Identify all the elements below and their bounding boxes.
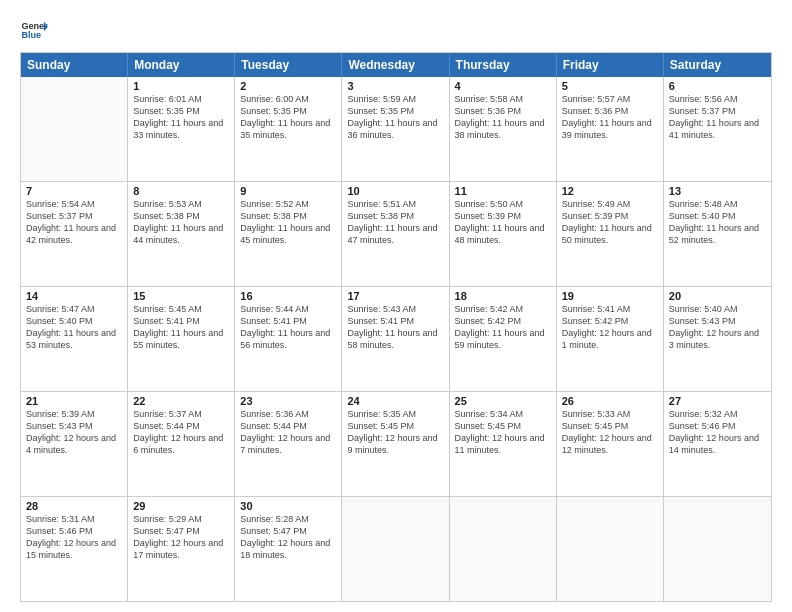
calendar-row: 14Sunrise: 5:47 AMSunset: 5:40 PMDayligh… xyxy=(21,286,771,391)
day-info: Sunrise: 5:34 AMSunset: 5:45 PMDaylight:… xyxy=(455,408,551,457)
day-info: Sunrise: 5:50 AMSunset: 5:39 PMDaylight:… xyxy=(455,198,551,247)
day-info: Sunrise: 5:56 AMSunset: 5:37 PMDaylight:… xyxy=(669,93,766,142)
day-number: 9 xyxy=(240,185,336,197)
day-number: 28 xyxy=(26,500,122,512)
day-cell: 17Sunrise: 5:43 AMSunset: 5:41 PMDayligh… xyxy=(342,287,449,391)
empty-cell xyxy=(557,497,664,601)
day-cell: 30Sunrise: 5:28 AMSunset: 5:47 PMDayligh… xyxy=(235,497,342,601)
day-info: Sunrise: 5:43 AMSunset: 5:41 PMDaylight:… xyxy=(347,303,443,352)
day-cell: 27Sunrise: 5:32 AMSunset: 5:46 PMDayligh… xyxy=(664,392,771,496)
day-info: Sunrise: 5:32 AMSunset: 5:46 PMDaylight:… xyxy=(669,408,766,457)
day-cell: 26Sunrise: 5:33 AMSunset: 5:45 PMDayligh… xyxy=(557,392,664,496)
calendar-header: SundayMondayTuesdayWednesdayThursdayFrid… xyxy=(21,53,771,77)
day-number: 24 xyxy=(347,395,443,407)
empty-cell xyxy=(664,497,771,601)
day-cell: 15Sunrise: 5:45 AMSunset: 5:41 PMDayligh… xyxy=(128,287,235,391)
calendar: SundayMondayTuesdayWednesdayThursdayFrid… xyxy=(20,52,772,602)
day-cell: 3Sunrise: 5:59 AMSunset: 5:35 PMDaylight… xyxy=(342,77,449,181)
day-number: 5 xyxy=(562,80,658,92)
day-info: Sunrise: 5:37 AMSunset: 5:44 PMDaylight:… xyxy=(133,408,229,457)
day-number: 19 xyxy=(562,290,658,302)
day-cell: 6Sunrise: 5:56 AMSunset: 5:37 PMDaylight… xyxy=(664,77,771,181)
day-cell: 11Sunrise: 5:50 AMSunset: 5:39 PMDayligh… xyxy=(450,182,557,286)
weekday-header: Monday xyxy=(128,53,235,77)
day-cell: 23Sunrise: 5:36 AMSunset: 5:44 PMDayligh… xyxy=(235,392,342,496)
day-info: Sunrise: 5:39 AMSunset: 5:43 PMDaylight:… xyxy=(26,408,122,457)
day-number: 7 xyxy=(26,185,122,197)
day-number: 14 xyxy=(26,290,122,302)
day-cell: 5Sunrise: 5:57 AMSunset: 5:36 PMDaylight… xyxy=(557,77,664,181)
header: General Blue xyxy=(20,16,772,44)
day-info: Sunrise: 5:31 AMSunset: 5:46 PMDaylight:… xyxy=(26,513,122,562)
day-info: Sunrise: 5:28 AMSunset: 5:47 PMDaylight:… xyxy=(240,513,336,562)
day-cell: 25Sunrise: 5:34 AMSunset: 5:45 PMDayligh… xyxy=(450,392,557,496)
day-number: 22 xyxy=(133,395,229,407)
day-info: Sunrise: 5:45 AMSunset: 5:41 PMDaylight:… xyxy=(133,303,229,352)
day-cell: 24Sunrise: 5:35 AMSunset: 5:45 PMDayligh… xyxy=(342,392,449,496)
day-number: 2 xyxy=(240,80,336,92)
day-number: 16 xyxy=(240,290,336,302)
day-number: 8 xyxy=(133,185,229,197)
empty-cell xyxy=(450,497,557,601)
day-number: 4 xyxy=(455,80,551,92)
day-info: Sunrise: 5:41 AMSunset: 5:42 PMDaylight:… xyxy=(562,303,658,352)
day-info: Sunrise: 5:33 AMSunset: 5:45 PMDaylight:… xyxy=(562,408,658,457)
calendar-row: 28Sunrise: 5:31 AMSunset: 5:46 PMDayligh… xyxy=(21,496,771,601)
day-cell: 29Sunrise: 5:29 AMSunset: 5:47 PMDayligh… xyxy=(128,497,235,601)
day-number: 1 xyxy=(133,80,229,92)
calendar-row: 21Sunrise: 5:39 AMSunset: 5:43 PMDayligh… xyxy=(21,391,771,496)
day-number: 3 xyxy=(347,80,443,92)
day-info: Sunrise: 6:01 AMSunset: 5:35 PMDaylight:… xyxy=(133,93,229,142)
day-cell: 4Sunrise: 5:58 AMSunset: 5:36 PMDaylight… xyxy=(450,77,557,181)
weekday-header: Friday xyxy=(557,53,664,77)
day-number: 30 xyxy=(240,500,336,512)
day-cell: 2Sunrise: 6:00 AMSunset: 5:35 PMDaylight… xyxy=(235,77,342,181)
day-number: 15 xyxy=(133,290,229,302)
day-number: 18 xyxy=(455,290,551,302)
day-info: Sunrise: 5:52 AMSunset: 5:38 PMDaylight:… xyxy=(240,198,336,247)
day-cell: 20Sunrise: 5:40 AMSunset: 5:43 PMDayligh… xyxy=(664,287,771,391)
day-cell: 14Sunrise: 5:47 AMSunset: 5:40 PMDayligh… xyxy=(21,287,128,391)
calendar-row: 1Sunrise: 6:01 AMSunset: 5:35 PMDaylight… xyxy=(21,77,771,181)
day-info: Sunrise: 5:42 AMSunset: 5:42 PMDaylight:… xyxy=(455,303,551,352)
day-number: 20 xyxy=(669,290,766,302)
calendar-body: 1Sunrise: 6:01 AMSunset: 5:35 PMDaylight… xyxy=(21,77,771,601)
logo: General Blue xyxy=(20,16,48,44)
day-number: 21 xyxy=(26,395,122,407)
day-cell: 22Sunrise: 5:37 AMSunset: 5:44 PMDayligh… xyxy=(128,392,235,496)
day-info: Sunrise: 5:35 AMSunset: 5:45 PMDaylight:… xyxy=(347,408,443,457)
day-info: Sunrise: 5:59 AMSunset: 5:35 PMDaylight:… xyxy=(347,93,443,142)
calendar-row: 7Sunrise: 5:54 AMSunset: 5:37 PMDaylight… xyxy=(21,181,771,286)
day-number: 27 xyxy=(669,395,766,407)
weekday-header: Wednesday xyxy=(342,53,449,77)
day-cell: 9Sunrise: 5:52 AMSunset: 5:38 PMDaylight… xyxy=(235,182,342,286)
day-info: Sunrise: 5:36 AMSunset: 5:44 PMDaylight:… xyxy=(240,408,336,457)
empty-cell xyxy=(21,77,128,181)
day-number: 29 xyxy=(133,500,229,512)
day-number: 13 xyxy=(669,185,766,197)
day-cell: 7Sunrise: 5:54 AMSunset: 5:37 PMDaylight… xyxy=(21,182,128,286)
day-cell: 13Sunrise: 5:48 AMSunset: 5:40 PMDayligh… xyxy=(664,182,771,286)
day-info: Sunrise: 5:51 AMSunset: 5:38 PMDaylight:… xyxy=(347,198,443,247)
day-cell: 1Sunrise: 6:01 AMSunset: 5:35 PMDaylight… xyxy=(128,77,235,181)
day-number: 6 xyxy=(669,80,766,92)
day-info: Sunrise: 5:47 AMSunset: 5:40 PMDaylight:… xyxy=(26,303,122,352)
day-info: Sunrise: 5:49 AMSunset: 5:39 PMDaylight:… xyxy=(562,198,658,247)
page: General Blue SundayMondayTuesdayWednesda… xyxy=(0,0,792,612)
day-cell: 16Sunrise: 5:44 AMSunset: 5:41 PMDayligh… xyxy=(235,287,342,391)
day-cell: 21Sunrise: 5:39 AMSunset: 5:43 PMDayligh… xyxy=(21,392,128,496)
day-number: 11 xyxy=(455,185,551,197)
day-cell: 28Sunrise: 5:31 AMSunset: 5:46 PMDayligh… xyxy=(21,497,128,601)
day-info: Sunrise: 6:00 AMSunset: 5:35 PMDaylight:… xyxy=(240,93,336,142)
day-cell: 8Sunrise: 5:53 AMSunset: 5:38 PMDaylight… xyxy=(128,182,235,286)
day-number: 17 xyxy=(347,290,443,302)
day-info: Sunrise: 5:40 AMSunset: 5:43 PMDaylight:… xyxy=(669,303,766,352)
day-number: 12 xyxy=(562,185,658,197)
logo-icon: General Blue xyxy=(20,16,48,44)
day-info: Sunrise: 5:58 AMSunset: 5:36 PMDaylight:… xyxy=(455,93,551,142)
day-info: Sunrise: 5:44 AMSunset: 5:41 PMDaylight:… xyxy=(240,303,336,352)
weekday-header: Saturday xyxy=(664,53,771,77)
weekday-header: Thursday xyxy=(450,53,557,77)
day-info: Sunrise: 5:48 AMSunset: 5:40 PMDaylight:… xyxy=(669,198,766,247)
day-cell: 10Sunrise: 5:51 AMSunset: 5:38 PMDayligh… xyxy=(342,182,449,286)
